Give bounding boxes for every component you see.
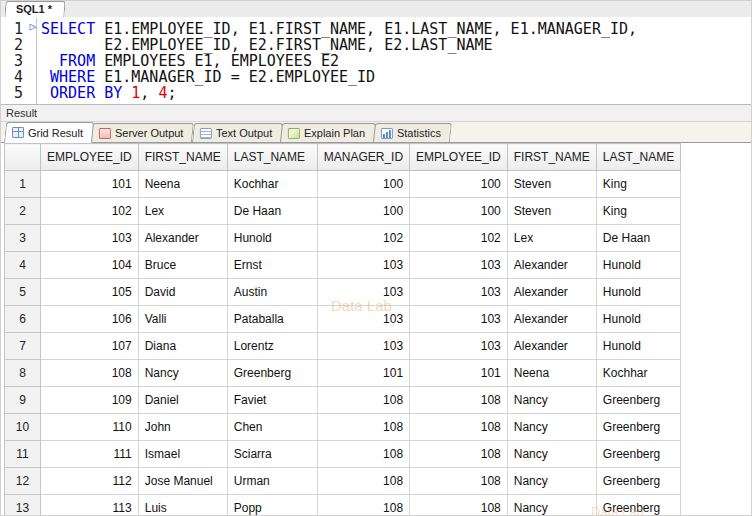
cell[interactable]: Austin [227,279,317,306]
cell[interactable]: 108 [317,387,409,414]
row-number[interactable]: 7 [5,333,41,360]
cell[interactable]: 108 [317,441,409,468]
cell[interactable]: Alexander [138,225,227,252]
sql-editor[interactable]: 1▷2345 SELECT E1.EMPLOYEE_ID, E1.FIRST_N… [1,18,751,104]
cell[interactable]: 103 [317,333,409,360]
cell[interactable]: Steven [507,198,596,225]
cell[interactable]: 108 [410,468,508,495]
cell[interactable]: 108 [410,441,508,468]
cell[interactable]: Nancy [507,468,596,495]
cell[interactable]: 106 [41,306,139,333]
column-header[interactable]: MANAGER_ID [317,144,409,171]
cell[interactable]: 103 [317,306,409,333]
cell[interactable]: 113 [41,495,139,516]
cell[interactable]: 103 [410,306,508,333]
cell[interactable]: De Haan [596,225,680,252]
cell[interactable]: King [596,171,680,198]
cell[interactable]: Alexander [507,333,596,360]
row-number[interactable]: 2 [5,198,41,225]
cell[interactable]: 108 [317,414,409,441]
row-number[interactable]: 10 [5,414,41,441]
cell[interactable]: Nancy [507,495,596,516]
grid-corner[interactable] [5,144,41,171]
cell[interactable]: Lex [138,198,227,225]
tab-text-output[interactable]: Text Output [192,123,283,142]
cell[interactable]: Jose Manuel [138,468,227,495]
row-number[interactable]: 9 [5,387,41,414]
cell[interactable]: 104 [41,252,139,279]
cell[interactable]: Alexander [507,306,596,333]
cell[interactable]: Alexander [507,252,596,279]
cell[interactable]: Sciarra [227,441,317,468]
cell[interactable]: 103 [410,252,508,279]
cell[interactable]: 101 [317,360,409,387]
column-header[interactable]: EMPLOYEE_ID [410,144,508,171]
cell[interactable]: Lorentz [227,333,317,360]
row-number[interactable]: 5 [5,279,41,306]
cell[interactable]: De Haan [227,198,317,225]
cell[interactable]: Ernst [227,252,317,279]
cell[interactable]: Neena [138,171,227,198]
cell[interactable]: Daniel [138,387,227,414]
cell[interactable]: Hunold [596,333,680,360]
cell[interactable]: Hunold [596,279,680,306]
tab-server-output[interactable]: Server Output [91,123,194,142]
cell[interactable]: Nancy [507,387,596,414]
cell[interactable]: Diana [138,333,227,360]
cell[interactable]: 100 [410,198,508,225]
cell[interactable]: Nancy [507,441,596,468]
tab-grid-result[interactable]: Grid Result [4,122,94,143]
cell[interactable]: 108 [410,495,508,516]
column-header[interactable]: EMPLOYEE_ID [41,144,139,171]
cell[interactable]: 100 [410,171,508,198]
cell[interactable]: 111 [41,441,139,468]
cell[interactable]: 108 [41,360,139,387]
cell[interactable]: John [138,414,227,441]
row-number[interactable]: 4 [5,252,41,279]
tab-statistics[interactable]: Statistics [373,123,452,142]
cell[interactable]: 102 [41,198,139,225]
cell[interactable]: 102 [317,225,409,252]
code-area[interactable]: SELECT E1.EMPLOYEE_ID, E1.FIRST_NAME, E1… [37,18,751,104]
cell[interactable]: Greenberg [596,441,680,468]
cell[interactable]: 105 [41,279,139,306]
cell[interactable]: Hunold [596,252,680,279]
cell[interactable]: Hunold [596,306,680,333]
cell[interactable]: Greenberg [596,495,680,516]
cell[interactable]: David [138,279,227,306]
cell[interactable]: Neena [507,360,596,387]
cell[interactable]: 108 [317,495,409,516]
cell[interactable]: Hunold [227,225,317,252]
column-header[interactable]: LAST_NAME [596,144,680,171]
row-number[interactable]: 11 [5,441,41,468]
row-number[interactable]: 6 [5,306,41,333]
cell[interactable]: King [596,198,680,225]
tab-sql1[interactable]: SQL1 * [4,1,65,17]
row-number[interactable]: 1 [5,171,41,198]
cell[interactable]: Greenberg [596,387,680,414]
cell[interactable]: 108 [410,414,508,441]
cell[interactable]: 108 [317,468,409,495]
cell[interactable]: Valli [138,306,227,333]
cell[interactable]: Chen [227,414,317,441]
cell[interactable]: Popp [227,495,317,516]
cell[interactable]: 103 [41,225,139,252]
cell[interactable]: 103 [317,279,409,306]
cell[interactable]: Kochhar [227,171,317,198]
row-number[interactable]: 3 [5,225,41,252]
cell[interactable]: 110 [41,414,139,441]
cell[interactable]: Nancy [138,360,227,387]
cell[interactable]: 103 [410,333,508,360]
cell[interactable]: 101 [410,360,508,387]
cell[interactable]: Bruce [138,252,227,279]
cell[interactable]: Steven [507,171,596,198]
cell[interactable]: Greenberg [227,360,317,387]
cell[interactable]: Faviet [227,387,317,414]
row-number[interactable]: 8 [5,360,41,387]
tab-explain-plan[interactable]: Explain Plan [280,123,376,142]
cell[interactable]: Nancy [507,414,596,441]
column-header[interactable]: LAST_NAME [227,144,317,171]
cell[interactable]: 109 [41,387,139,414]
row-number[interactable]: 13 [5,495,41,516]
cell[interactable]: 100 [317,171,409,198]
